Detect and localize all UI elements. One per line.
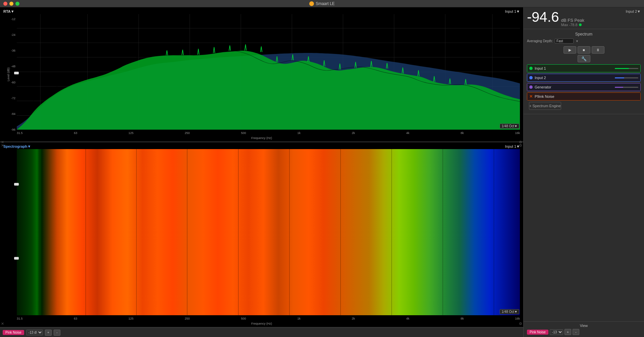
rta-label[interactable]: RTA▼: [3, 9, 14, 13]
rta-svg: [17, 14, 520, 130]
wrench-button[interactable]: 🔧: [578, 55, 590, 62]
pink-noise-x: ✕: [529, 94, 533, 99]
spectro-label[interactable]: Spectrograph▼: [3, 144, 31, 148]
input-2-name: Input 2: [535, 76, 613, 80]
y-label: -24: [11, 33, 15, 37]
minimize-button[interactable]: [9, 2, 13, 6]
y-label: -72: [11, 96, 15, 100]
input-1-slider[interactable]: [615, 68, 638, 69]
right-spacer: [524, 114, 644, 321]
y-label: -96: [11, 128, 15, 131]
level-unit: dB FS Peak: [561, 18, 584, 23]
transport-controls: ▶ ■ ⏸: [527, 46, 641, 54]
y-label: -48: [11, 65, 15, 68]
level-value: -94.6: [527, 10, 559, 24]
play-button[interactable]: ▶: [564, 46, 576, 54]
spectro-gear-icon[interactable]: ⚙: [519, 143, 522, 148]
level-indicator-dot: [579, 23, 582, 26]
spectro-input-selector[interactable]: Input 1▼: [505, 144, 520, 148]
spectro-bottom-gear-icon[interactable]: ⚙: [519, 322, 522, 326]
spectro-octave-selector[interactable]: 1/48 Oct▼: [500, 309, 519, 314]
view-title: View: [527, 324, 641, 328]
db-level-select[interactable]: -13 dB: [550, 329, 563, 335]
pink-noise-row[interactable]: ✕ P9ink Noise: [527, 92, 641, 100]
spectro-x-title: Frequency (Hz): [0, 322, 523, 325]
db-increase-button[interactable]: +: [565, 329, 571, 335]
rta-x-title: Frequency (Hz): [0, 136, 523, 140]
app-icon: [309, 1, 314, 6]
averaging-select[interactable]: Fast Medium Slow None: [555, 39, 574, 44]
spectro-bottom-bar: Pink Noise -13 dB + -: [0, 328, 523, 337]
rta-x-axis: 31.5 63 125 250 500 1k 2k 4k 8k 16k: [17, 131, 520, 135]
stop-button[interactable]: ■: [578, 46, 590, 54]
input-2-row[interactable]: Input 2: [527, 74, 641, 82]
close-button[interactable]: [3, 2, 7, 6]
y-label: -60: [11, 81, 15, 84]
spectrum-title: Spectrum: [527, 32, 641, 37]
generator-dot: [529, 85, 533, 89]
pause-button[interactable]: ⏸: [592, 46, 604, 54]
pink-noise-view-button[interactable]: Pink Noise: [527, 330, 548, 335]
spectro-visualization: [17, 149, 520, 315]
generator-name: Generator: [535, 85, 613, 89]
right-panel: Input 2▼ -94.6 dB FS Peak Max -78.8 Spec…: [523, 7, 644, 337]
generator-row[interactable]: Generator: [527, 83, 641, 91]
rta-input-selector[interactable]: Input 1▼: [505, 9, 520, 13]
input-item-2: Input 2: [527, 74, 641, 82]
averaging-label: Averaging Depth:: [527, 39, 553, 43]
main-container: RTA▼ Input 1▼ -12 -24 -36 -48 -60 -72 -8…: [0, 7, 644, 337]
rta-chart-area: [17, 14, 520, 130]
maximize-button[interactable]: [15, 2, 19, 6]
spectro-upper-slider[interactable]: [14, 183, 19, 186]
generator-slider[interactable]: [615, 87, 638, 88]
spectro-heatmap: [17, 149, 520, 315]
view-section: View Pink Noise -13 dB + -: [524, 321, 644, 337]
input-item-1: Input 1: [527, 64, 641, 72]
y-label: -36: [11, 49, 15, 52]
db-plus-button[interactable]: +: [45, 330, 52, 336]
spectro-grid: [17, 149, 520, 315]
spectro-close-icon[interactable]: ✕: [1, 143, 4, 148]
input2-selector[interactable]: Input 2▼: [626, 9, 641, 13]
level-display-section: Input 2▼ -94.6 dB FS Peak Max -78.8: [524, 7, 644, 29]
level-display: -94.6 dB FS Peak Max -78.8: [527, 10, 641, 27]
averaging-row: Averaging Depth: Fast Medium Slow None ▼: [527, 39, 641, 44]
spectro-bottom-close-icon[interactable]: ✕: [1, 322, 4, 326]
level-max: Max -78.8: [561, 23, 584, 27]
input-2-slider[interactable]: [615, 77, 638, 78]
pink-noise-name: P9ink Noise: [535, 94, 638, 98]
y-label: -84: [11, 112, 15, 116]
input-item-pink-noise: ✕ P9ink Noise: [527, 92, 641, 100]
panel-separator: ✕ ⚙: [0, 141, 523, 142]
spectrum-section: Spectrum Averaging Depth: Fast Medium Sl…: [524, 29, 644, 114]
input-item-generator: Generator: [527, 83, 641, 91]
input-1-row[interactable]: Input 1: [527, 64, 641, 72]
spectro-panel: Spectrograph▼ Input 1▼ ✕ ⚙: [0, 142, 523, 327]
db-select[interactable]: -13 dB: [26, 330, 43, 335]
db-minus-button[interactable]: -: [54, 330, 60, 336]
input-1-dot: [529, 67, 533, 70]
titlebar: Smaart LE: [0, 0, 644, 7]
input-2-dot: [529, 76, 533, 79]
window-controls: [3, 2, 19, 6]
pink-noise-button[interactable]: Pink Noise: [3, 330, 24, 335]
add-spectrum-engine-button[interactable]: + Spectrum Engine: [529, 102, 561, 110]
rta-octave-selector[interactable]: 1/48 Oct▼: [500, 124, 519, 129]
spectro-x-axis: 31.5 63 125 250 500 1k 2k 4k 8k 16k: [17, 317, 520, 320]
app-title: Smaart LE: [309, 1, 335, 6]
left-area: RTA▼ Input 1▼ -12 -24 -36 -48 -60 -72 -8…: [0, 7, 523, 337]
db-decrease-button[interactable]: -: [573, 329, 579, 335]
rta-y-title: Level (dB): [7, 67, 10, 81]
spectro-lower-slider[interactable]: [14, 257, 19, 260]
view-row: Pink Noise -13 dB + -: [527, 329, 641, 335]
input-1-name: Input 1: [535, 66, 613, 70]
rta-panel: RTA▼ Input 1▼ -12 -24 -36 -48 -60 -72 -8…: [0, 7, 523, 141]
rta-level-slider[interactable]: [14, 72, 19, 74]
y-label: -12: [11, 17, 15, 21]
